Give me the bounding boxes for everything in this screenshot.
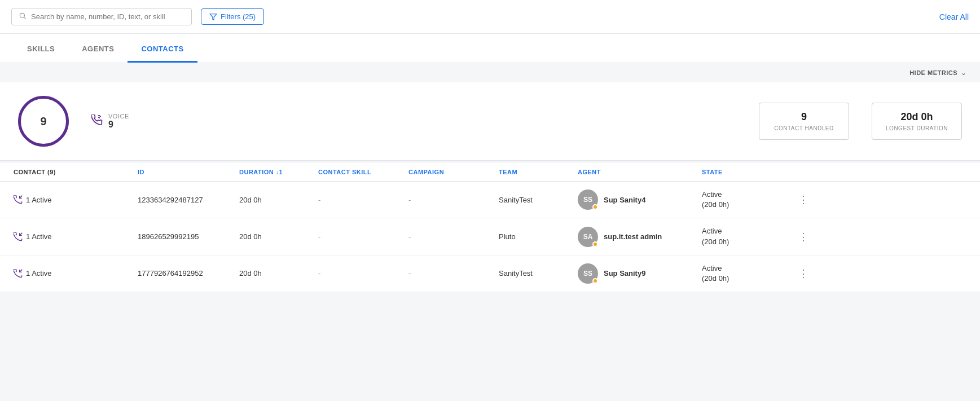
metrics-section: 9 VOICE 9 9 CONTACT HANDLED 20d 0h LONGE… <box>0 82 980 161</box>
contact-duration: 20d 0h <box>239 196 318 204</box>
longest-duration-label: LONGEST DURATION <box>886 125 948 131</box>
search-input[interactable] <box>31 12 184 21</box>
contact-status: 1 Active <box>26 232 52 241</box>
search-box[interactable] <box>11 8 192 25</box>
search-icon <box>19 12 27 21</box>
col-agent[interactable]: AGENT <box>578 169 702 175</box>
avatar-status-dot <box>592 241 598 247</box>
svg-line-3 <box>20 196 23 199</box>
contact-team: Pluto <box>499 232 578 241</box>
tab-agents[interactable]: AGENTS <box>68 37 128 63</box>
voice-icon <box>91 114 103 129</box>
avatar: SS <box>578 190 598 210</box>
contact-cell: 1 Active <box>14 232 138 241</box>
sort-icon: ↓1 <box>276 169 283 175</box>
contact-skill: - <box>318 232 408 241</box>
table-row: 1 Active 189626529992195 20d 0h - - Plut… <box>0 218 980 255</box>
contact-campaign: - <box>408 232 499 241</box>
contact-team: SanityTest <box>499 196 578 204</box>
contact-handled-label: CONTACT HANDLED <box>773 125 835 131</box>
contact-campaign: - <box>408 196 499 204</box>
agent-cell: SS Sup Sanity9 <box>578 263 702 284</box>
agent-cell: SS Sup Sanity4 <box>578 190 702 210</box>
contacts-table: CONTACT (9) ID DURATION ↓1 CONTACT SKILL… <box>0 163 980 292</box>
avatar-status-dot <box>592 204 598 210</box>
contact-state: Active (20d 0h) <box>702 226 792 246</box>
col-contact-skill[interactable]: CONTACT SKILL <box>318 169 408 175</box>
phone-inbound-icon <box>14 232 23 241</box>
contact-team: SanityTest <box>499 269 578 277</box>
clear-all-button[interactable]: Clear All <box>939 12 969 21</box>
longest-duration-box: 20d 0h LONGEST DURATION <box>872 103 962 140</box>
row-more-button[interactable]: ⋮ <box>792 267 815 280</box>
row-more-button[interactable]: ⋮ <box>792 231 815 243</box>
col-campaign[interactable]: CAMPAIGN <box>408 169 499 175</box>
voice-metric: VOICE 9 <box>91 113 129 130</box>
table-header: CONTACT (9) ID DURATION ↓1 CONTACT SKILL… <box>0 163 980 182</box>
svg-line-5 <box>20 270 23 272</box>
chevron-down-icon[interactable]: ⌄ <box>961 69 966 77</box>
avatar: SS <box>578 263 598 284</box>
contact-id: 189626529992195 <box>138 232 239 241</box>
svg-line-1 <box>24 17 26 19</box>
contact-handled-box: 9 CONTACT HANDLED <box>759 103 849 140</box>
table-row: 1 Active 1777926764192952 20d 0h - - San… <box>0 255 980 292</box>
contact-id: 1233634292487127 <box>138 196 239 204</box>
col-id[interactable]: ID <box>138 169 239 175</box>
avatar-status-dot <box>592 278 598 284</box>
agent-cell: SA sup.it.test admin <box>578 227 702 247</box>
voice-count: 9 <box>108 120 129 130</box>
contact-id: 1777926764192952 <box>138 269 239 277</box>
agent-name: Sup Sanity4 <box>604 196 645 204</box>
table-row: 1 Active 1233634292487127 20d 0h - - San… <box>0 182 980 218</box>
total-donut: 9 <box>18 96 69 147</box>
tab-contacts[interactable]: CONTACTS <box>128 37 197 63</box>
voice-label: VOICE <box>108 113 129 120</box>
phone-inbound-icon <box>14 269 23 278</box>
contact-campaign: - <box>408 269 499 277</box>
agent-name: sup.it.test admin <box>604 232 662 241</box>
contact-status: 1 Active <box>26 269 52 277</box>
contact-state: Active (20d 0h) <box>702 190 792 210</box>
row-more-button[interactable]: ⋮ <box>792 193 815 206</box>
contact-duration: 20d 0h <box>239 269 318 277</box>
contact-status: 1 Active <box>26 196 52 204</box>
metrics-toggle-bar: HIDE METRICS ⌄ <box>0 63 980 82</box>
avatar: SA <box>578 227 598 247</box>
svg-point-0 <box>20 13 24 17</box>
col-team[interactable]: TEAM <box>499 169 578 175</box>
filters-button[interactable]: Filters (25) <box>201 8 264 25</box>
col-contact: CONTACT (9) <box>14 169 138 175</box>
agent-name: Sup Sanity9 <box>604 269 645 277</box>
contact-cell: 1 Active <box>14 195 138 204</box>
col-duration[interactable]: DURATION ↓1 <box>239 169 318 175</box>
tab-skills[interactable]: SKILLS <box>14 37 68 63</box>
filters-label: Filters (25) <box>221 12 256 21</box>
contact-cell: 1 Active <box>14 269 138 278</box>
contact-skill: - <box>318 196 408 204</box>
top-bar: Filters (25) Clear All <box>0 0 980 34</box>
col-state[interactable]: STATE <box>702 169 792 175</box>
contact-skill: - <box>318 269 408 277</box>
hide-metrics-label: HIDE METRICS <box>909 69 957 76</box>
tabs-bar: SKILLS AGENTS CONTACTS <box>0 34 980 63</box>
contact-handled-value: 9 <box>773 111 835 123</box>
contact-duration: 20d 0h <box>239 232 318 241</box>
longest-duration-value: 20d 0h <box>886 111 948 123</box>
contact-state: Active (20d 0h) <box>702 263 792 284</box>
phone-inbound-icon <box>14 195 23 204</box>
svg-marker-2 <box>210 14 217 20</box>
svg-line-4 <box>20 232 23 235</box>
